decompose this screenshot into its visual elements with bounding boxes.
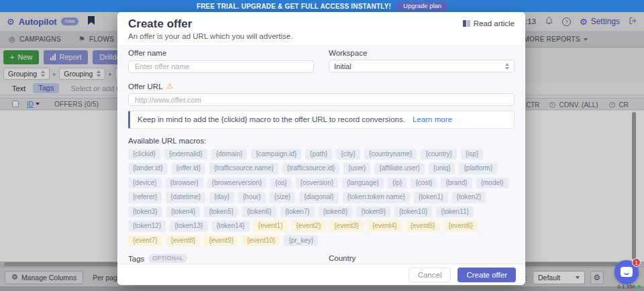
macro-chip[interactable]: {trafficsource.id} [282,163,340,174]
macro-chip[interactable]: {diagonal} [299,192,339,203]
clickid-note: Keep in mind to add the {clickid} macro … [128,111,515,129]
macro-chip[interactable]: {os} [270,178,291,189]
macro-chip[interactable]: {clickid} [128,149,160,160]
macro-chip[interactable]: {event5} [406,221,440,232]
clickid-note-text: Keep in mind to add the {clickid} macro … [138,115,405,123]
offer-url-label: Offer URL [128,82,163,91]
workspace-select[interactable]: Initial [329,60,515,72]
macro-chip[interactable]: {token:token name} [343,192,410,203]
modal-title: Create offer [128,17,515,31]
tags-label: Tags [128,255,144,263]
macro-chip[interactable]: {language} [342,178,384,189]
upgrade-plan-button[interactable]: Upgrade plan [397,1,447,11]
macro-chip[interactable]: {event4} [368,221,402,232]
macro-chip[interactable]: {token11} [436,207,474,218]
macro-chip[interactable]: {token10} [394,207,432,218]
macro-chip[interactable]: {ip} [388,178,407,189]
macro-chip[interactable]: {token2} [452,192,486,203]
promo-text: FREE TRIAL. UPGRADE & GET FULL ACCESS IN… [197,3,391,10]
macro-chip[interactable]: {pr_key} [284,235,318,247]
optional-badge: OPTIONAL [148,254,187,263]
macro-chip[interactable]: {event1} [254,221,288,232]
offer-name-input[interactable] [128,60,314,73]
macro-chip[interactable]: {event3} [329,221,364,232]
macro-chip[interactable]: {token8} [319,207,353,218]
macro-chip[interactable]: {day} [209,192,234,203]
modal-header: Create offer An offer is your ad URL whi… [117,12,525,46]
macro-chip[interactable]: {token4} [166,207,201,218]
version-label: 0.1.150 [617,284,641,290]
macro-chip[interactable]: {browser} [166,178,203,189]
create-offer-button[interactable]: Create offer [458,268,516,282]
country-label: Country [329,254,515,262]
workspace-value: Initial [334,62,352,70]
cancel-button[interactable]: Cancel [409,268,451,282]
chat-bubble-icon [621,267,633,277]
app-root: FREE TRIAL. UPGRADE & GET FULL ACCESS IN… [0,0,644,291]
macro-chip[interactable]: {device} [128,178,162,189]
updown-icon [505,63,509,70]
offer-url-input[interactable] [128,93,515,106]
promo-banner: FREE TRIAL. UPGRADE & GET FULL ACCESS IN… [0,0,644,12]
modal-footer: Cancel Create offer [117,264,525,285]
macro-chip[interactable]: {path} [305,149,332,160]
macro-chip[interactable]: {token1} [414,192,448,203]
create-offer-modal: Create offer An offer is your ad URL whi… [117,12,525,285]
macro-chip[interactable]: {country} [421,149,456,160]
macro-chip[interactable]: {trafficsource.name} [209,163,278,174]
macros-label: Available URL macros: [128,137,515,145]
macro-chip[interactable]: {token14} [212,221,250,232]
macro-chip[interactable]: {event7} [128,235,162,247]
macro-chip[interactable]: {city} [336,149,360,160]
macro-chip[interactable]: {token3} [128,207,162,218]
macro-chip[interactable]: {browserversion} [207,178,266,189]
macro-chip[interactable]: {datetime} [166,192,205,203]
macro-chip[interactable]: {token13} [170,221,207,232]
macro-chip[interactable]: {referer} [128,192,162,203]
warning-icon: ⚠ [167,82,174,90]
macro-chip[interactable]: {token9} [356,207,390,218]
macro-chip[interactable]: {event8} [166,235,201,247]
macro-chips: {clickid}{externalid}{domain}{campaign.i… [128,149,515,247]
status-dot [637,285,641,288]
macro-chip[interactable]: {campaign.id} [251,149,301,160]
macro-chip[interactable]: {hour} [238,192,266,203]
workspace-label: Workspace [329,49,515,57]
macro-chip[interactable]: {model} [476,178,508,189]
macro-chip[interactable]: {token12} [128,221,166,232]
version-number: 0.1.150 [617,284,635,290]
macro-chip[interactable]: {offer.id} [172,163,206,174]
macro-chip[interactable]: {token5} [204,207,238,218]
macro-chip[interactable]: {externalid} [164,149,207,160]
macro-chip[interactable]: {uniq} [429,163,455,174]
macro-chip[interactable]: {token7} [280,207,315,218]
macro-chip[interactable]: {event9} [204,235,238,247]
macro-chip[interactable]: {brand} [441,178,472,189]
macro-chip[interactable]: {domain} [211,149,247,160]
macro-chip[interactable]: {platform} [459,163,497,174]
modal-body: Offer name Workspace Initial Offer URL ⚠ [117,46,525,264]
book-icon [463,20,470,27]
macro-chip[interactable]: {user} [343,163,370,174]
macro-chip[interactable]: {event2} [292,221,326,232]
chat-unread-badge: 1 [632,258,641,267]
macro-chip[interactable]: {lander.id} [128,163,168,174]
macro-chip[interactable]: {cost} [411,178,437,189]
macro-chip[interactable]: {osversion} [296,178,338,189]
macro-chip[interactable]: {size} [270,192,295,203]
macro-chip[interactable]: {event10} [242,235,280,247]
macro-chip[interactable]: {isp} [461,149,483,160]
offer-name-label: Offer name [128,49,314,57]
modal-subtitle: An offer is your ad URL which you will a… [128,32,515,40]
macro-chip[interactable]: {event6} [443,221,478,232]
macro-chip[interactable]: {token6} [242,207,276,218]
learn-more-link[interactable]: Learn more [413,115,452,123]
read-article-label: Read article [474,19,515,27]
chat-widget-button[interactable]: 1 [614,260,639,284]
macro-chip[interactable]: {countryname} [364,149,417,160]
macro-chip[interactable]: {affiliate.user} [374,163,424,174]
read-article-link[interactable]: Read article [463,19,515,27]
